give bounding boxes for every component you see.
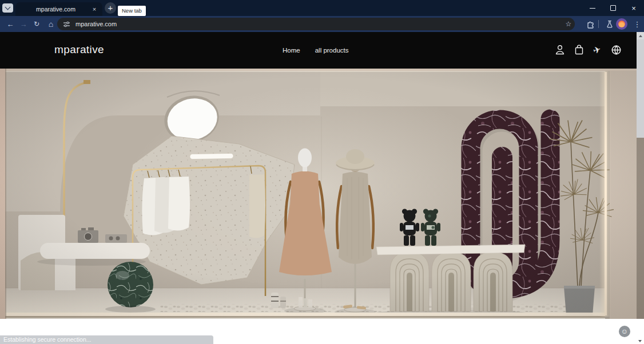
forward-button[interactable]: →	[17, 16, 30, 32]
tab-title: mparative.com	[15, 6, 90, 13]
feedback-smiley-button[interactable]: ☺	[619, 326, 630, 337]
tab-close-icon[interactable]: ×	[90, 5, 98, 13]
nav-link-home[interactable]: Home	[283, 47, 300, 54]
tab-strip: mparative.com × + New tab ×	[0, 0, 644, 16]
shopping-bag-icon[interactable]	[571, 42, 586, 57]
tab-search-button[interactable]	[2, 3, 13, 13]
globe-icon[interactable]	[609, 42, 623, 57]
minimize-button[interactable]	[582, 0, 603, 16]
extensions-icon[interactable]	[583, 16, 597, 32]
home-button[interactable]: ⌂	[44, 16, 58, 32]
new-tab-button[interactable]: +	[105, 2, 116, 14]
labs-beaker-icon[interactable]	[603, 16, 617, 32]
close-window-button[interactable]: ×	[623, 0, 644, 16]
new-tab-tooltip: New tab	[118, 6, 146, 16]
back-button[interactable]: ←	[3, 16, 17, 32]
toolbar-separator	[598, 20, 599, 28]
avatar-flame-icon	[618, 21, 625, 27]
restore-icon	[610, 5, 616, 11]
restore-button[interactable]	[603, 0, 623, 16]
status-bubble: Establishing secure connection...	[0, 335, 213, 344]
scrollbar-up-button[interactable]	[637, 32, 644, 39]
account-icon[interactable]	[552, 42, 567, 57]
site-header: mparative Home all products ✈	[0, 32, 644, 69]
scrollbar	[637, 32, 644, 344]
profile-avatar[interactable]	[616, 18, 627, 30]
address-bar[interactable]: mparative.com	[57, 18, 575, 30]
browser-menu-icon[interactable]: ⋮	[630, 16, 644, 32]
arrow-up-icon	[639, 35, 642, 37]
browser-toolbar: ← → ↻ ⌂ mparative.com ☆ ⋮	[0, 16, 644, 32]
scrollbar-thumb[interactable]	[637, 39, 644, 138]
site-info-icon[interactable]	[63, 21, 70, 28]
plane-glyph: ✈	[592, 43, 603, 56]
site-logo[interactable]: mparative	[54, 43, 104, 56]
site-nav: Home all products	[283, 47, 349, 54]
plane-icon[interactable]: ✈	[590, 42, 605, 57]
chevron-down-icon	[5, 5, 11, 10]
scrollbar-down-button[interactable]	[638, 340, 642, 342]
bookmark-star-icon[interactable]: ☆	[563, 18, 574, 30]
reload-button[interactable]: ↻	[30, 16, 43, 32]
minimize-icon	[590, 8, 595, 9]
url-text: mparative.com	[75, 21, 117, 27]
nav-link-all-products[interactable]: all products	[315, 47, 349, 54]
hero-image	[0, 69, 644, 319]
browser-tab[interactable]: mparative.com ×	[15, 2, 102, 16]
window-controls: ×	[582, 0, 644, 16]
